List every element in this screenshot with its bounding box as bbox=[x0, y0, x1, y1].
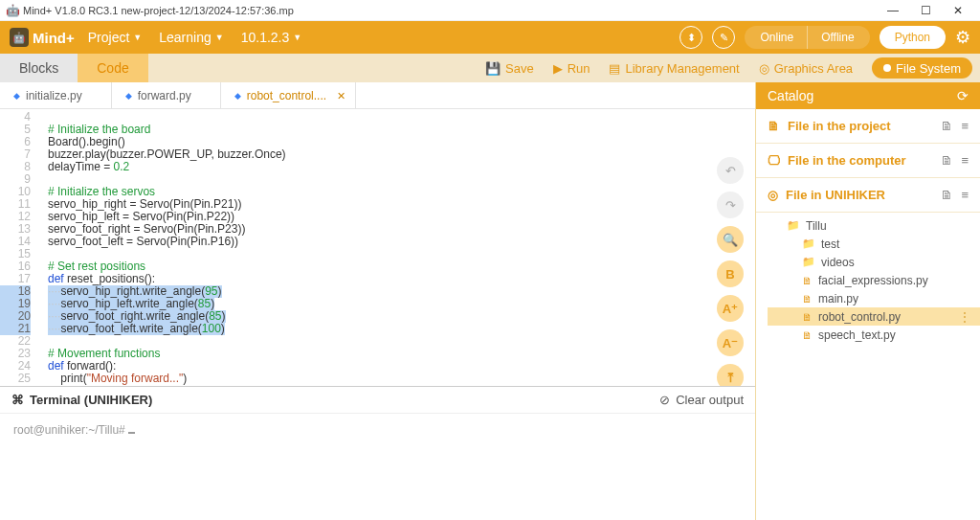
terminal-body[interactable]: root@unihiker:~/Tillu# bbox=[0, 414, 755, 520]
new-file-icon[interactable]: 🗎 bbox=[941, 119, 953, 133]
diamond-icon: ◆ bbox=[13, 91, 20, 101]
file-system-button[interactable]: File System bbox=[872, 57, 972, 79]
chevron-down-icon: ▼ bbox=[293, 33, 301, 42]
window-close[interactable]: ✕ bbox=[942, 0, 974, 21]
tree-label: test bbox=[821, 237, 839, 251]
tree-label: Tillu bbox=[806, 219, 827, 233]
font-increase-button[interactable]: A⁺ bbox=[717, 295, 744, 322]
redo-button[interactable]: ↷ bbox=[717, 192, 744, 218]
connection-toggle: Online Offline bbox=[745, 26, 869, 49]
gear-icon[interactable]: ⚙ bbox=[955, 27, 970, 48]
graphics-icon: ◎ bbox=[759, 61, 769, 76]
editor-side-toolbar: ↶ ↷ 🔍 B A⁺ A⁻ ⤒ bbox=[717, 157, 744, 386]
window-maximize[interactable]: ☐ bbox=[909, 0, 942, 21]
mode-code[interactable]: Code bbox=[78, 54, 147, 82]
chevron-down-icon: ▼ bbox=[215, 33, 224, 42]
run-icon: ▶ bbox=[553, 61, 563, 76]
refresh-icon[interactable]: ⟳ bbox=[957, 88, 969, 103]
python-button[interactable]: Python bbox=[880, 26, 946, 49]
editor-tab[interactable]: ◆robot_control....✕ bbox=[221, 82, 356, 109]
tab-label: forward.py bbox=[138, 89, 191, 102]
file-item[interactable]: 🗎speech_text.py bbox=[768, 326, 980, 344]
editor-tab[interactable]: ◆forward.py bbox=[112, 82, 221, 109]
sidebar: Catalog ⟳ 🗎 File in the project 🗎 ≡ 🖵 Fi… bbox=[756, 82, 980, 520]
file-icon: 🗎 bbox=[768, 119, 780, 133]
logo-text: Mind+ bbox=[33, 30, 75, 46]
editor-tabs: ◆initialize.py◆forward.py◆robot_control.… bbox=[0, 82, 755, 109]
terminal-icon: ⌘ bbox=[11, 393, 24, 407]
editor-tab[interactable]: ◆initialize.py bbox=[0, 82, 112, 109]
window-minimize[interactable]: — bbox=[877, 0, 909, 21]
bold-button[interactable]: B bbox=[717, 260, 744, 287]
close-icon[interactable]: ✕ bbox=[337, 90, 345, 102]
folder-icon: 📁 bbox=[802, 256, 815, 268]
logo-icon: 🤖 bbox=[10, 28, 29, 47]
monitor-icon: 🖵 bbox=[768, 153, 780, 168]
offline-button[interactable]: Offline bbox=[808, 26, 867, 49]
file-icon: 🗎 bbox=[802, 275, 813, 286]
diamond-icon: ◆ bbox=[234, 91, 241, 101]
catalog-header: Catalog ⟳ bbox=[756, 82, 980, 109]
new-file-icon[interactable]: 🗎 bbox=[941, 153, 953, 168]
search-button[interactable]: 🔍 bbox=[717, 226, 744, 253]
line-gutter: 4567891011121314151617181920212223242526 bbox=[0, 111, 38, 386]
clear-icon: ⊘ bbox=[659, 393, 670, 407]
menu-project[interactable]: Project▼ bbox=[88, 30, 143, 45]
diamond-icon: ◆ bbox=[125, 91, 132, 101]
section-computer[interactable]: 🖵 File in the computer 🗎 ≡ bbox=[756, 144, 980, 178]
folder-item[interactable]: 📁Tillu bbox=[768, 216, 980, 235]
file-tree: 📁Tillu📁test📁videos🗎facial_expressions.py… bbox=[756, 213, 980, 344]
section-unihiker[interactable]: ◎ File in UNIHIKER 🗎 ≡ bbox=[756, 178, 980, 213]
tree-label: facial_expressions.py bbox=[818, 274, 928, 287]
run-button[interactable]: ▶Run bbox=[553, 61, 590, 76]
dot-icon bbox=[883, 64, 891, 72]
menu-icon[interactable]: ≡ bbox=[961, 188, 969, 202]
collapse-button[interactable]: ⤒ bbox=[717, 364, 744, 386]
terminal-title: ⌘Terminal (UNIHIKER) bbox=[11, 393, 152, 407]
font-decrease-button[interactable]: A⁻ bbox=[717, 329, 744, 356]
code-editor[interactable]: 4567891011121314151617181920212223242526… bbox=[0, 109, 755, 386]
chevron-down-icon: ▼ bbox=[133, 33, 142, 42]
code-lines[interactable]: # Initialize the board Board().begin() b… bbox=[38, 111, 755, 386]
tab-label: initialize.py bbox=[26, 89, 82, 102]
app-icon: 🤖 bbox=[6, 4, 19, 17]
tree-label: main.py bbox=[818, 292, 858, 305]
new-file-icon[interactable]: 🗎 bbox=[941, 188, 953, 202]
library-icon: ▤ bbox=[609, 61, 620, 76]
tree-label: speech_text.py bbox=[818, 328, 896, 342]
toolbar: Blocks Code 💾Save ▶Run ▤Library Manageme… bbox=[0, 54, 980, 82]
folder-icon: 📁 bbox=[787, 219, 800, 232]
toolbar-icon-b[interactable]: ✎ bbox=[712, 26, 735, 49]
terminal: ⌘Terminal (UNIHIKER) ⊘Clear output root@… bbox=[0, 386, 755, 520]
clear-output-button[interactable]: ⊘Clear output bbox=[659, 393, 744, 407]
tree-label: videos bbox=[821, 256, 855, 269]
file-icon: 🗎 bbox=[802, 293, 813, 305]
cursor bbox=[128, 432, 135, 434]
folder-item[interactable]: 📁test bbox=[768, 235, 980, 253]
file-item[interactable]: 🗎main.py bbox=[768, 289, 980, 307]
folder-icon: 📁 bbox=[802, 237, 815, 250]
save-button[interactable]: 💾Save bbox=[485, 61, 534, 76]
online-button[interactable]: Online bbox=[746, 26, 808, 49]
tab-label: robot_control.... bbox=[247, 89, 326, 102]
file-item[interactable]: 🗎facial_expressions.py bbox=[768, 271, 980, 289]
toolbar-icon-a[interactable]: ⬍ bbox=[679, 26, 702, 49]
menu-icon[interactable]: ≡ bbox=[961, 153, 969, 168]
folder-item[interactable]: 📁videos bbox=[768, 253, 980, 271]
library-button[interactable]: ▤Library Management bbox=[609, 61, 739, 76]
undo-button[interactable]: ↶ bbox=[717, 157, 744, 184]
file-item[interactable]: 🗎robot_control.py⋮ bbox=[768, 307, 980, 326]
menu-icon[interactable]: ≡ bbox=[961, 119, 969, 133]
menubar: 🤖 Mind+ Project▼ Learning▼ 10.1.2.3▼ ⬍ ✎… bbox=[0, 21, 980, 54]
save-icon: 💾 bbox=[485, 61, 501, 76]
menu-ip[interactable]: 10.1.2.3▼ bbox=[241, 30, 302, 45]
file-icon: 🗎 bbox=[802, 329, 813, 341]
more-icon[interactable]: ⋮ bbox=[959, 310, 970, 324]
window-titlebar: 🤖 Mind+ V1.8.0 RC3.1 new-project-12/13/2… bbox=[0, 0, 980, 21]
logo: 🤖 Mind+ bbox=[10, 28, 75, 47]
menu-learning[interactable]: Learning▼ bbox=[159, 30, 223, 45]
section-project[interactable]: 🗎 File in the project 🗎 ≡ bbox=[756, 109, 980, 144]
mode-blocks[interactable]: Blocks bbox=[0, 54, 78, 82]
graphics-button[interactable]: ◎Graphics Area bbox=[759, 61, 853, 76]
tree-label: robot_control.py bbox=[818, 310, 901, 324]
